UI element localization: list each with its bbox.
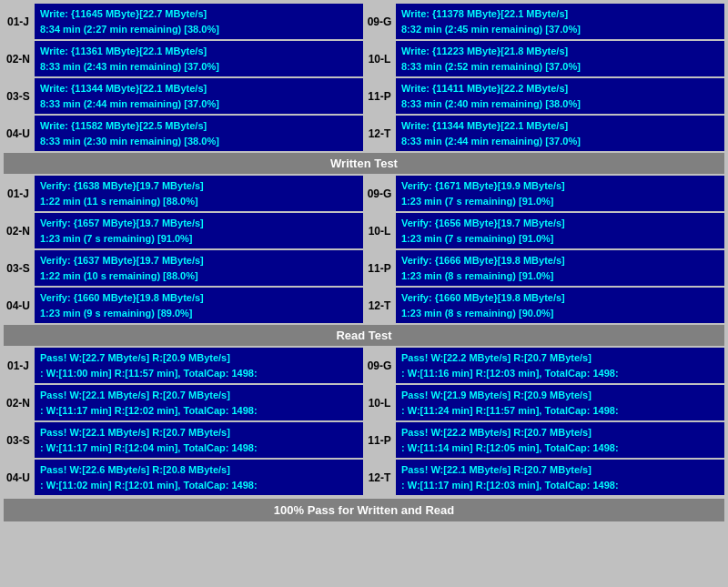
cell-data-left: Verify: {1657 MByte}[19.7 MByte/s]1:23 m…	[35, 213, 363, 248]
cell-data-right: Write: {11378 MByte}[22.1 MByte/s]8:32 m…	[396, 4, 724, 39]
table-row: 04-UVerify: {1660 MByte}[19.8 MByte/s]1:…	[4, 288, 724, 323]
cell-id-left: 01-J	[4, 4, 33, 39]
cell-id-right: 09-G	[365, 176, 394, 211]
cell-id-left: 03-S	[4, 78, 33, 114]
cell-data-right: Pass! W:[22.2 MByte/s] R:[20.7 MByte/s]:…	[396, 348, 724, 383]
cell-data-right: Pass! W:[22.2 MByte/s] R:[20.7 MByte/s]:…	[396, 422, 724, 458]
table-row: 04-UWrite: {11582 MByte}[22.5 MByte/s]8:…	[4, 116, 724, 151]
cell-id-left: 03-S	[4, 250, 33, 286]
table-row: 03-SWrite: {11344 MByte}[22.1 MByte/s]8:…	[4, 78, 724, 114]
cell-id-left: 01-J	[4, 348, 33, 383]
cell-id-right: 12-T	[365, 460, 394, 495]
cell-id-right: 11-P	[365, 78, 394, 114]
write-section: 01-JWrite: {11645 MByte}[22.7 MByte/s]8:…	[4, 4, 724, 151]
cell-data-right: Write: {11344 MByte}[22.1 MByte/s]8:33 m…	[396, 116, 724, 151]
cell-data-right: Write: {11223 MByte}[21.8 MByte/s]8:33 m…	[396, 41, 724, 76]
read-section: 01-JPass! W:[22.7 MByte/s] R:[20.9 MByte…	[4, 348, 724, 495]
cell-id-right: 09-G	[365, 4, 394, 39]
cell-data-left: Write: {11582 MByte}[22.5 MByte/s]8:33 m…	[35, 116, 363, 151]
cell-id-right: 10-L	[365, 213, 394, 248]
cell-id-left: 04-U	[4, 288, 33, 323]
cell-data-right: Pass! W:[22.1 MByte/s] R:[20.7 MByte/s]:…	[396, 460, 724, 495]
cell-data-left: Verify: {1638 MByte}[19.7 MByte/s]1:22 m…	[35, 176, 363, 211]
cell-id-left: 02-N	[4, 385, 33, 420]
cell-id-right: 09-G	[365, 348, 394, 383]
cell-data-right: Pass! W:[21.9 MByte/s] R:[20.9 MByte/s]:…	[396, 385, 724, 420]
cell-id-left: 02-N	[4, 213, 33, 248]
pass-summary-label: 100% Pass for Written and Read	[4, 499, 724, 521]
cell-data-right: Write: {11411 MByte}[22.2 MByte/s]8:33 m…	[396, 78, 724, 114]
table-row: 04-UPass! W:[22.6 MByte/s] R:[20.8 MByte…	[4, 460, 724, 495]
cell-id-left: 04-U	[4, 116, 33, 151]
cell-id-right: 11-P	[365, 250, 394, 286]
read-test-label: Read Test	[4, 325, 724, 346]
cell-id-right: 11-P	[365, 422, 394, 458]
cell-id-left: 04-U	[4, 460, 33, 495]
cell-data-left: Pass! W:[22.1 MByte/s] R:[20.7 MByte/s]:…	[35, 422, 363, 458]
table-row: 01-JPass! W:[22.7 MByte/s] R:[20.9 MByte…	[4, 348, 724, 383]
cell-data-left: Write: {11361 MByte}[22.1 MByte/s]8:33 m…	[35, 41, 363, 76]
cell-id-right: 10-L	[365, 41, 394, 76]
table-row: 02-NWrite: {11361 MByte}[22.1 MByte/s]8:…	[4, 41, 724, 76]
main-container: 01-JWrite: {11645 MByte}[22.7 MByte/s]8:…	[0, 0, 728, 525]
cell-id-right: 12-T	[365, 288, 394, 323]
written-test-label: Written Test	[4, 153, 724, 174]
table-row: 03-SVerify: {1637 MByte}[19.7 MByte/s]1:…	[4, 250, 724, 286]
cell-data-right: Verify: {1671 MByte}[19.9 MByte/s]1:23 m…	[396, 176, 724, 211]
cell-data-right: Verify: {1660 MByte}[19.8 MByte/s]1:23 m…	[396, 288, 724, 323]
table-row: 02-NPass! W:[22.1 MByte/s] R:[20.7 MByte…	[4, 385, 724, 420]
cell-id-left: 01-J	[4, 176, 33, 211]
cell-data-left: Pass! W:[22.6 MByte/s] R:[20.8 MByte/s]:…	[35, 460, 363, 495]
verify-section: 01-JVerify: {1638 MByte}[19.7 MByte/s]1:…	[4, 176, 724, 323]
table-row: 02-NVerify: {1657 MByte}[19.7 MByte/s]1:…	[4, 213, 724, 248]
cell-data-left: Pass! W:[22.1 MByte/s] R:[20.7 MByte/s]:…	[35, 385, 363, 420]
table-row: 01-JWrite: {11645 MByte}[22.7 MByte/s]8:…	[4, 4, 724, 39]
cell-id-left: 03-S	[4, 422, 33, 458]
cell-data-left: Write: {11645 MByte}[22.7 MByte/s]8:34 m…	[35, 4, 363, 39]
cell-data-left: Verify: {1637 MByte}[19.7 MByte/s]1:22 m…	[35, 250, 363, 286]
cell-id-right: 10-L	[365, 385, 394, 420]
cell-id-left: 02-N	[4, 41, 33, 76]
cell-data-left: Pass! W:[22.7 MByte/s] R:[20.9 MByte/s]:…	[35, 348, 363, 383]
cell-data-left: Verify: {1660 MByte}[19.8 MByte/s]1:23 m…	[35, 288, 363, 323]
cell-data-right: Verify: {1666 MByte}[19.8 MByte/s]1:23 m…	[396, 250, 724, 286]
cell-data-left: Write: {11344 MByte}[22.1 MByte/s]8:33 m…	[35, 78, 363, 114]
table-row: 01-JVerify: {1638 MByte}[19.7 MByte/s]1:…	[4, 176, 724, 211]
cell-data-right: Verify: {1656 MByte}[19.7 MByte/s]1:23 m…	[396, 213, 724, 248]
table-row: 03-SPass! W:[22.1 MByte/s] R:[20.7 MByte…	[4, 422, 724, 458]
cell-id-right: 12-T	[365, 116, 394, 151]
